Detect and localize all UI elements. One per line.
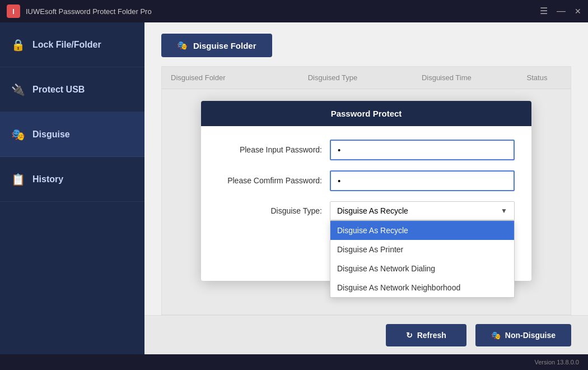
toolbar: 🎭 Disguise Folder bbox=[144, 22, 588, 57]
app-title: IUWEsoft Password Protect Folder Pro bbox=[26, 7, 540, 16]
dropdown-option-network-dialing[interactable]: Disguise As Network Dialing bbox=[330, 259, 514, 278]
bottom-bar: ↻ Refresh 🎭 Non-Disguise bbox=[144, 315, 588, 354]
refresh-label: Refresh bbox=[417, 331, 446, 340]
sidebar-item-disguise[interactable]: 🎭 Disguise bbox=[0, 112, 144, 157]
sidebar-label-lock: Lock File/Folder bbox=[32, 40, 101, 50]
history-icon: 📋 bbox=[11, 173, 25, 186]
sidebar: 🔒 Lock File/Folder 🔌 Protect USB 🎭 Disgu… bbox=[0, 22, 144, 354]
sidebar-label-usb: Protect USB bbox=[32, 85, 85, 95]
dropdown-selected-text: Disguise As Recycle bbox=[337, 206, 408, 215]
disguise-icon: 🎭 bbox=[11, 128, 25, 141]
window-controls: ☰ — ✕ bbox=[540, 7, 581, 16]
confirm-label: Please Comfirm Password: bbox=[218, 176, 330, 185]
refresh-icon: ↻ bbox=[406, 331, 413, 340]
content-area: 🎭 Disguise Folder Disguised Folder Disgu… bbox=[144, 22, 588, 354]
main-container: 🔒 Lock File/Folder 🔌 Protect USB 🎭 Disgu… bbox=[0, 22, 588, 354]
close-icon[interactable]: ✕ bbox=[575, 7, 581, 15]
dropdown-option-network-neighborhood[interactable]: Disguise As Network Neighborhood bbox=[330, 278, 514, 297]
menu-icon[interactable]: ☰ bbox=[540, 7, 548, 16]
version-text: Version 13.8.0.0 bbox=[534, 359, 579, 366]
non-disguise-label: Non-Disguise bbox=[505, 331, 556, 340]
modal-body: Please Input Password: Please Comfirm Pa… bbox=[201, 126, 531, 244]
disguise-type-label: Disguise Type: bbox=[218, 206, 330, 215]
disguise-folder-button[interactable]: 🎭 Disguise Folder bbox=[161, 34, 272, 57]
disguise-type-row: Disguise Type: Disguise As Recycle ▼ Dis… bbox=[218, 201, 515, 220]
minimize-icon[interactable]: — bbox=[557, 7, 566, 16]
confirm-password-row: Please Comfirm Password: bbox=[218, 170, 515, 191]
sidebar-item-lock-file-folder[interactable]: 🔒 Lock File/Folder bbox=[0, 22, 144, 67]
modal-title: Password Protect bbox=[201, 101, 531, 126]
usb-icon: 🔌 bbox=[11, 83, 25, 96]
disguise-type-dropdown-container: Disguise As Recycle ▼ Disguise As Recycl… bbox=[330, 201, 515, 220]
disguise-type-dropdown[interactable]: Disguise As Recycle ▼ bbox=[330, 201, 515, 220]
dropdown-list: Disguise As Recycle Disguise As Printer … bbox=[330, 220, 515, 298]
password-protect-modal: Password Protect Please Input Password: … bbox=[201, 101, 531, 281]
table-area: Disguised Folder Disguised Type Disguise… bbox=[161, 66, 571, 315]
version-bar: Version 13.8.0.0 bbox=[0, 354, 588, 370]
app-logo: I bbox=[7, 4, 20, 18]
sidebar-label-disguise: Disguise bbox=[32, 130, 70, 140]
password-row: Please Input Password: bbox=[218, 140, 515, 160]
dropdown-option-printer[interactable]: Disguise As Printer bbox=[330, 240, 514, 259]
sidebar-item-history[interactable]: 📋 History bbox=[0, 157, 144, 202]
refresh-button[interactable]: ↻ Refresh bbox=[386, 324, 466, 346]
non-disguise-button[interactable]: 🎭 Non-Disguise bbox=[475, 324, 571, 346]
chevron-down-icon: ▼ bbox=[501, 207, 507, 215]
confirm-password-input[interactable] bbox=[330, 170, 515, 191]
disguise-folder-icon: 🎭 bbox=[177, 40, 188, 50]
title-bar: I IUWEsoft Password Protect Folder Pro ☰… bbox=[0, 0, 588, 22]
dropdown-option-recycle[interactable]: Disguise As Recycle bbox=[330, 221, 514, 240]
password-label: Please Input Password: bbox=[218, 145, 330, 154]
lock-icon: 🔒 bbox=[11, 38, 25, 52]
sidebar-label-history: History bbox=[32, 174, 63, 184]
sidebar-item-protect-usb[interactable]: 🔌 Protect USB bbox=[0, 67, 144, 112]
modal-overlay: Password Protect Please Input Password: … bbox=[162, 67, 571, 314]
disguise-folder-label: Disguise Folder bbox=[193, 41, 256, 50]
non-disguise-icon: 🎭 bbox=[491, 331, 501, 340]
password-input[interactable] bbox=[330, 140, 515, 160]
